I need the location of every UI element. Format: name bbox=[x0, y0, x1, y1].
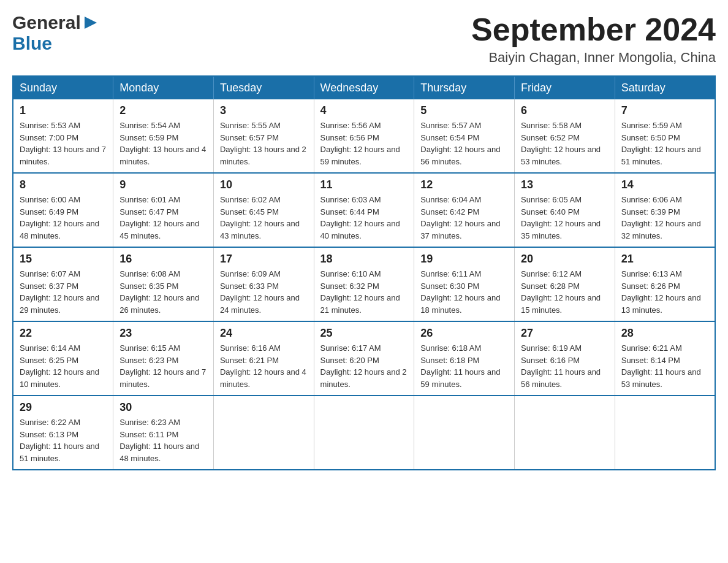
calendar-cell: 8Sunrise: 6:00 AM Sunset: 6:49 PM Daylig… bbox=[13, 173, 113, 247]
weekday-header-monday: Monday bbox=[113, 76, 214, 99]
calendar-cell: 2Sunrise: 5:54 AM Sunset: 6:59 PM Daylig… bbox=[113, 99, 214, 173]
weekday-header-row: SundayMondayTuesdayWednesdayThursdayFrid… bbox=[13, 76, 715, 99]
day-number: 18 bbox=[320, 253, 408, 266]
day-number: 16 bbox=[119, 253, 207, 266]
calendar-cell bbox=[213, 396, 314, 470]
page-header: General Blue September 2024 Baiyin Chaga… bbox=[12, 12, 716, 66]
calendar-cell: 3Sunrise: 5:55 AM Sunset: 6:57 PM Daylig… bbox=[213, 99, 314, 173]
day-info: Sunrise: 6:18 AM Sunset: 6:18 PM Dayligh… bbox=[420, 342, 508, 390]
calendar-cell: 27Sunrise: 6:19 AM Sunset: 6:16 PM Dayli… bbox=[515, 321, 615, 396]
calendar-cell bbox=[515, 396, 615, 470]
month-title: September 2024 bbox=[471, 12, 716, 47]
day-info: Sunrise: 5:59 AM Sunset: 6:50 PM Dayligh… bbox=[621, 120, 708, 167]
calendar-cell: 17Sunrise: 6:09 AM Sunset: 6:33 PM Dayli… bbox=[213, 247, 314, 321]
day-number: 19 bbox=[420, 253, 508, 266]
calendar-table: SundayMondayTuesdayWednesdayThursdayFrid… bbox=[12, 75, 716, 470]
calendar-cell bbox=[314, 396, 414, 470]
svg-marker-0 bbox=[85, 17, 97, 29]
day-info: Sunrise: 6:11 AM Sunset: 6:30 PM Dayligh… bbox=[420, 268, 508, 316]
day-number: 28 bbox=[621, 327, 708, 340]
day-info: Sunrise: 5:57 AM Sunset: 6:54 PM Dayligh… bbox=[420, 120, 508, 167]
calendar-week-row: 15Sunrise: 6:07 AM Sunset: 6:37 PM Dayli… bbox=[13, 247, 715, 321]
day-number: 20 bbox=[521, 253, 609, 266]
logo-triangle-icon bbox=[82, 14, 99, 31]
weekday-header-tuesday: Tuesday bbox=[213, 76, 314, 99]
day-info: Sunrise: 5:54 AM Sunset: 6:59 PM Dayligh… bbox=[119, 120, 207, 167]
calendar-cell: 26Sunrise: 6:18 AM Sunset: 6:18 PM Dayli… bbox=[414, 321, 515, 396]
calendar-week-row: 8Sunrise: 6:00 AM Sunset: 6:49 PM Daylig… bbox=[13, 173, 715, 247]
logo-blue-text: Blue bbox=[12, 33, 52, 54]
weekday-header-sunday: Sunday bbox=[13, 76, 113, 99]
day-info: Sunrise: 6:19 AM Sunset: 6:16 PM Dayligh… bbox=[521, 342, 609, 390]
day-number: 21 bbox=[621, 253, 708, 266]
day-number: 4 bbox=[320, 104, 408, 117]
day-info: Sunrise: 6:13 AM Sunset: 6:26 PM Dayligh… bbox=[621, 268, 708, 316]
day-number: 17 bbox=[220, 253, 308, 266]
calendar-cell: 30Sunrise: 6:23 AM Sunset: 6:11 PM Dayli… bbox=[113, 396, 214, 470]
calendar-cell: 1Sunrise: 5:53 AM Sunset: 7:00 PM Daylig… bbox=[13, 99, 113, 173]
calendar-cell: 24Sunrise: 6:16 AM Sunset: 6:21 PM Dayli… bbox=[213, 321, 314, 396]
day-number: 25 bbox=[320, 327, 408, 340]
calendar-cell bbox=[615, 396, 715, 470]
calendar-cell bbox=[414, 396, 515, 470]
day-number: 26 bbox=[420, 327, 508, 340]
day-info: Sunrise: 6:01 AM Sunset: 6:47 PM Dayligh… bbox=[119, 194, 207, 242]
day-number: 10 bbox=[220, 178, 308, 191]
calendar-cell: 25Sunrise: 6:17 AM Sunset: 6:20 PM Dayli… bbox=[314, 321, 414, 396]
day-number: 3 bbox=[220, 104, 308, 117]
calendar-cell: 23Sunrise: 6:15 AM Sunset: 6:23 PM Dayli… bbox=[113, 321, 214, 396]
weekday-header-saturday: Saturday bbox=[615, 76, 715, 99]
calendar-cell: 22Sunrise: 6:14 AM Sunset: 6:25 PM Dayli… bbox=[13, 321, 113, 396]
day-info: Sunrise: 6:17 AM Sunset: 6:20 PM Dayligh… bbox=[320, 342, 408, 390]
day-info: Sunrise: 6:00 AM Sunset: 6:49 PM Dayligh… bbox=[20, 194, 107, 242]
calendar-cell: 14Sunrise: 6:06 AM Sunset: 6:39 PM Dayli… bbox=[615, 173, 715, 247]
weekday-header-friday: Friday bbox=[515, 76, 615, 99]
day-info: Sunrise: 6:02 AM Sunset: 6:45 PM Dayligh… bbox=[220, 194, 308, 242]
calendar-cell: 4Sunrise: 5:56 AM Sunset: 6:56 PM Daylig… bbox=[314, 99, 414, 173]
calendar-cell: 15Sunrise: 6:07 AM Sunset: 6:37 PM Dayli… bbox=[13, 247, 113, 321]
calendar-cell: 6Sunrise: 5:58 AM Sunset: 6:52 PM Daylig… bbox=[515, 99, 615, 173]
weekday-header-wednesday: Wednesday bbox=[314, 76, 414, 99]
calendar-cell: 29Sunrise: 6:22 AM Sunset: 6:13 PM Dayli… bbox=[13, 396, 113, 470]
day-info: Sunrise: 5:53 AM Sunset: 7:00 PM Dayligh… bbox=[20, 120, 107, 167]
day-number: 15 bbox=[20, 253, 107, 266]
day-number: 24 bbox=[220, 327, 308, 340]
day-info: Sunrise: 6:07 AM Sunset: 6:37 PM Dayligh… bbox=[20, 268, 107, 316]
day-info: Sunrise: 6:15 AM Sunset: 6:23 PM Dayligh… bbox=[119, 342, 207, 390]
day-number: 29 bbox=[20, 401, 107, 414]
calendar-cell: 13Sunrise: 6:05 AM Sunset: 6:40 PM Dayli… bbox=[515, 173, 615, 247]
day-number: 23 bbox=[119, 327, 207, 340]
calendar-cell: 21Sunrise: 6:13 AM Sunset: 6:26 PM Dayli… bbox=[615, 247, 715, 321]
day-number: 2 bbox=[119, 104, 207, 117]
day-info: Sunrise: 6:08 AM Sunset: 6:35 PM Dayligh… bbox=[119, 268, 207, 316]
day-info: Sunrise: 6:21 AM Sunset: 6:14 PM Dayligh… bbox=[621, 342, 708, 390]
day-info: Sunrise: 6:16 AM Sunset: 6:21 PM Dayligh… bbox=[220, 342, 308, 390]
day-number: 8 bbox=[20, 178, 107, 191]
day-info: Sunrise: 5:56 AM Sunset: 6:56 PM Dayligh… bbox=[320, 120, 408, 167]
calendar-cell: 16Sunrise: 6:08 AM Sunset: 6:35 PM Dayli… bbox=[113, 247, 214, 321]
day-number: 14 bbox=[621, 178, 708, 191]
logo-general-text: General bbox=[12, 12, 81, 33]
day-number: 6 bbox=[521, 104, 609, 117]
calendar-cell: 7Sunrise: 5:59 AM Sunset: 6:50 PM Daylig… bbox=[615, 99, 715, 173]
day-number: 7 bbox=[621, 104, 708, 117]
calendar-cell: 20Sunrise: 6:12 AM Sunset: 6:28 PM Dayli… bbox=[515, 247, 615, 321]
day-info: Sunrise: 6:05 AM Sunset: 6:40 PM Dayligh… bbox=[521, 194, 609, 242]
day-number: 11 bbox=[320, 178, 408, 191]
day-number: 12 bbox=[420, 178, 508, 191]
day-number: 30 bbox=[119, 401, 207, 414]
logo: General Blue bbox=[12, 12, 99, 54]
calendar-cell: 19Sunrise: 6:11 AM Sunset: 6:30 PM Dayli… bbox=[414, 247, 515, 321]
day-number: 22 bbox=[20, 327, 107, 340]
day-number: 1 bbox=[20, 104, 107, 117]
weekday-header-thursday: Thursday bbox=[414, 76, 515, 99]
calendar-cell: 5Sunrise: 5:57 AM Sunset: 6:54 PM Daylig… bbox=[414, 99, 515, 173]
calendar-week-row: 29Sunrise: 6:22 AM Sunset: 6:13 PM Dayli… bbox=[13, 396, 715, 470]
day-number: 13 bbox=[521, 178, 609, 191]
day-number: 9 bbox=[119, 178, 207, 191]
day-info: Sunrise: 6:06 AM Sunset: 6:39 PM Dayligh… bbox=[621, 194, 708, 242]
calendar-cell: 10Sunrise: 6:02 AM Sunset: 6:45 PM Dayli… bbox=[213, 173, 314, 247]
calendar-cell: 28Sunrise: 6:21 AM Sunset: 6:14 PM Dayli… bbox=[615, 321, 715, 396]
day-info: Sunrise: 5:58 AM Sunset: 6:52 PM Dayligh… bbox=[521, 120, 609, 167]
day-number: 5 bbox=[420, 104, 508, 117]
